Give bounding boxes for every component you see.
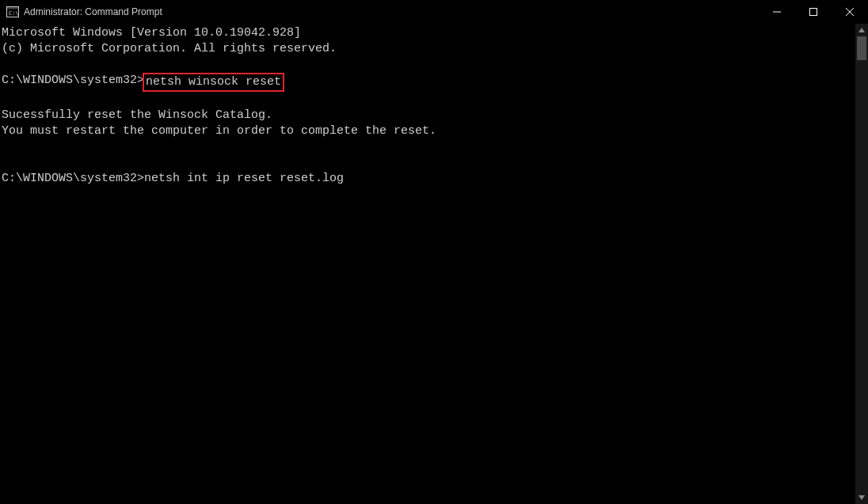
prompt-path: C:\WINDOWS\system32> (2, 73, 144, 89)
titlebar[interactable]: C:\ Administrator: Command Prompt (0, 0, 868, 24)
prompt-line: C:\WINDOWS\system32>netsh winsock reset (2, 73, 855, 92)
prompt-path: C:\WINDOWS\system32> (2, 171, 144, 187)
content-area: Microsoft Windows [Version 10.0.19042.92… (0, 24, 868, 504)
blank-line (2, 57, 855, 73)
typed-command: netsh int ip reset reset.log (144, 171, 344, 187)
svg-text:C:\: C:\ (9, 10, 19, 17)
svg-rect-4 (810, 9, 817, 16)
window-title: Administrator: Command Prompt (24, 6, 162, 17)
blank-line (2, 155, 855, 171)
banner-line: Microsoft Windows [Version 10.0.19042.92… (2, 25, 855, 41)
chevron-up-icon[interactable] (855, 24, 868, 36)
svg-marker-7 (858, 28, 865, 32)
minimize-button[interactable] (759, 0, 795, 24)
scroll-thumb[interactable] (857, 36, 866, 60)
prompt-line: C:\WINDOWS\system32>netsh int ip reset r… (2, 171, 855, 187)
maximize-button[interactable] (795, 0, 832, 24)
svg-marker-8 (858, 495, 865, 500)
highlighted-command: netsh winsock reset (143, 73, 284, 92)
scroll-track[interactable] (855, 36, 868, 491)
close-button[interactable] (832, 0, 868, 24)
cmd-icon: C:\ (6, 6, 19, 17)
banner-line: (c) Microsoft Corporation. All rights re… (2, 41, 855, 57)
blank-line (2, 139, 855, 155)
chevron-down-icon[interactable] (855, 491, 868, 504)
blank-line (2, 92, 855, 108)
window-controls (759, 0, 868, 24)
output-line: Sucessfully reset the Winsock Catalog. (2, 108, 855, 123)
vertical-scrollbar[interactable] (855, 24, 868, 504)
output-line: You must restart the computer in order t… (2, 123, 855, 139)
command-prompt-window: C:\ Administrator: Command Prompt Micros… (0, 0, 868, 504)
terminal-output[interactable]: Microsoft Windows [Version 10.0.19042.92… (0, 24, 855, 504)
svg-rect-1 (7, 7, 19, 9)
